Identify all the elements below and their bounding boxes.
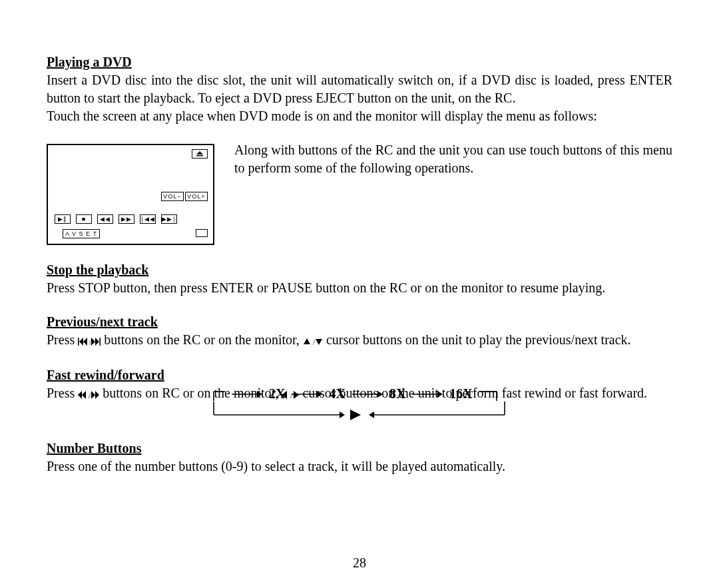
svg-marker-29	[437, 391, 443, 398]
prev-track-icon: ∣◀◀	[140, 214, 156, 224]
svg-text:/: /	[313, 338, 316, 346]
rewind-icon: ◀◀	[97, 214, 113, 224]
up-down-icon: /	[303, 332, 323, 350]
svg-marker-6	[95, 338, 99, 346]
touchscreen-diagram: VOL− VOL+ ▶∥ ■ ◀◀ ▶▶ ∣◀◀ ▶▶∣ A V S E T	[47, 144, 214, 245]
text-playing-2: Touch the screen at any place when DVD m…	[47, 107, 672, 125]
text-touchscreen-aside: Along with buttons of the RC and the uni…	[234, 141, 672, 177]
heading-prevnext: Previous/next track	[47, 313, 672, 331]
svg-marker-16	[91, 391, 95, 399]
stop-icon: ■	[76, 214, 92, 224]
svg-marker-38	[369, 412, 374, 418]
touchscreen-figure-row: VOL− VOL+ ▶∥ ■ ◀◀ ▶▶ ∣◀◀ ▶▶∣ A V S E T A…	[47, 141, 672, 245]
loop-end-line	[479, 388, 498, 401]
svg-rect-2	[78, 338, 79, 346]
text-playing-1: Insert a DVD disc into the disc slot, th…	[47, 71, 672, 107]
section-fast: Fast rewind/forward Press / buttons on R…	[47, 366, 672, 424]
heading-fast: Fast rewind/forward	[47, 366, 672, 384]
heading-playing: Playing a DVD	[47, 53, 672, 71]
arrow-icon	[412, 390, 443, 398]
svg-text:/: /	[89, 391, 91, 399]
section-stop: Stop the playback Press STOP button, the…	[47, 261, 672, 297]
text-fast-lead: Press	[47, 386, 78, 400]
svg-marker-13	[82, 391, 86, 399]
play-pause-icon: ▶∥	[55, 214, 71, 224]
text-number: Press one of the number buttons (0-9) to…	[47, 457, 672, 475]
section-number: Number Buttons Press one of the number b…	[47, 440, 672, 475]
text-prevnext: Press / buttons on the RC or on the moni…	[47, 331, 672, 350]
speed-2x: 2X	[269, 386, 285, 402]
svg-marker-12	[78, 391, 82, 399]
vol-plus-button: VOL+	[185, 192, 208, 201]
section-prevnext: Previous/next track Press / buttons on t…	[47, 313, 672, 350]
svg-marker-9	[304, 338, 310, 344]
svg-marker-23	[257, 391, 262, 398]
forward-icon: ▶▶	[119, 214, 134, 224]
speed-4x: 4X	[329, 386, 345, 402]
svg-marker-0	[196, 151, 203, 154]
heading-number: Number Buttons	[47, 440, 672, 457]
svg-marker-35	[350, 410, 361, 420]
text-prevnext-mid2: cursor buttons on the unit to play the p…	[326, 332, 631, 347]
svg-marker-25	[317, 391, 322, 398]
text-prevnext-mid1: buttons on the RC or on the monitor,	[104, 332, 303, 347]
svg-marker-27	[377, 391, 383, 398]
section-playing: Playing a DVD Insert a DVD disc into the…	[47, 53, 672, 125]
speed-8x: 8X	[389, 386, 405, 402]
misc-icon	[196, 229, 208, 237]
prev-next-icon: /	[78, 332, 101, 350]
speed-cycle-diagram: 2X 4X 8X 16X	[213, 386, 513, 424]
arrow-icon	[292, 390, 322, 398]
page-number: 28	[0, 555, 719, 571]
vol-minus-button: VOL−	[161, 192, 184, 201]
av-set-button: A V S E T	[63, 229, 100, 238]
svg-marker-34	[340, 412, 345, 418]
svg-rect-1	[196, 155, 203, 156]
loop-start-line	[213, 388, 225, 401]
rewind-forward-icon: /	[78, 386, 99, 404]
arrow-icon	[352, 390, 383, 398]
heading-stop: Stop the playback	[47, 261, 672, 279]
manual-page: Playing a DVD Insert a DVD disc into the…	[0, 0, 719, 588]
next-track-icon: ▶▶∣	[161, 214, 177, 224]
eject-icon	[192, 149, 208, 158]
svg-rect-8	[100, 338, 101, 346]
svg-marker-11	[316, 339, 322, 345]
text-prevnext-lead: Press	[47, 332, 78, 347]
text-stop: Press STOP button, then press ENTER or P…	[47, 279, 672, 297]
speed-loop-return	[206, 402, 513, 424]
svg-marker-4	[83, 338, 87, 346]
arrow-icon	[232, 390, 262, 398]
svg-marker-15	[95, 391, 99, 399]
speed-16x: 16X	[449, 386, 472, 402]
svg-marker-7	[91, 338, 95, 346]
svg-marker-3	[79, 338, 83, 346]
transport-row: ▶∥ ■ ◀◀ ▶▶ ∣◀◀ ▶▶∣	[55, 214, 177, 224]
